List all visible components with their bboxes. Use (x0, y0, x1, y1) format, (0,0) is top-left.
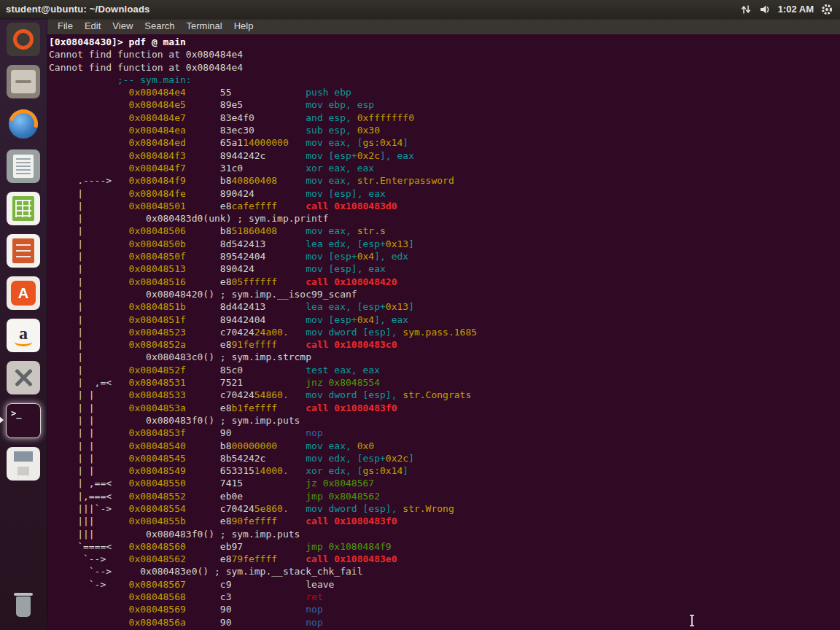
libreoffice-calc-icon[interactable] (7, 192, 40, 225)
terminal-line: ||| 0x0804855b e890feffff call 0x1080483… (49, 515, 840, 527)
terminal-line: | | 0x080483f0() ; sym.imp.puts (49, 414, 840, 427)
ubuntu-software-icon[interactable]: A (7, 276, 40, 310)
terminal-line: | 0x08048506 b851860408 mov eax, str.s (49, 225, 840, 237)
terminal-line: ;-- sym.main: (49, 74, 840, 86)
terminal-line: | 0x08048501 e8cafeffff call 0x1080483d0 (49, 200, 840, 212)
terminal-icon[interactable]: >_ (6, 403, 41, 438)
terminal-line: |,===< 0x08048552 eb0e jmp 0x8048562 (49, 490, 840, 502)
libreoffice-impress-icon[interactable] (7, 234, 40, 268)
terminal-menubar: FileEditViewSearchTerminalHelp (47, 18, 840, 34)
mouse-cursor (688, 615, 696, 629)
amazon-icon-glyph: a (7, 319, 40, 352)
terminal-line: | | 0x08048549 65331514000. xor edx, [gs… (49, 464, 840, 477)
terminal-line: | | 0x08048545 8b54242c mov edx, [esp+0x… (49, 452, 840, 464)
terminal-line: | 0x08048513 890424 mov [esp], eax (49, 262, 840, 275)
terminal-line: |||`-> 0x08048554 c704245e860. mov dword… (49, 502, 840, 515)
terminal-line: Cannot find function at 0x080484e4 (49, 48, 840, 61)
files-icon[interactable] (7, 65, 40, 98)
terminal-line: `-> 0x08048567 c9 leave (49, 578, 840, 591)
amazon-icon[interactable]: a (7, 319, 40, 352)
menu-search[interactable]: Search (139, 18, 179, 34)
terminal-line: ||| 0x080483f0() ; sym.imp.puts (49, 528, 840, 540)
ubuntu-dash-icon[interactable] (7, 23, 40, 56)
panel-indicators: 1:02 AM (740, 4, 833, 15)
terminal-line: | 0x0804850f 89542404 mov [esp+0x4], edx (49, 250, 840, 262)
terminal-line: | ,=< 0x08048531 7521 jnz 0x8048554 (49, 376, 840, 389)
firefox-icon[interactable] (7, 107, 40, 141)
terminal-line: Cannot find function at 0x080484e4 (49, 61, 840, 74)
terminal-line: | 0x0804850b 8d542413 lea edx, [esp+0x13… (49, 238, 840, 250)
launcher: Aa>_ (0, 18, 47, 630)
terminal-line: 0x08048569 90 nop (49, 603, 840, 615)
terminal-line: | 0x080484fe 890424 mov [esp], eax (49, 187, 840, 200)
terminal-line: | 0x08048420() ; sym.imp.__isoc99_scanf (49, 288, 840, 300)
terminal-line: 0x080484e5 89e5 mov ebp, esp (49, 98, 840, 111)
terminal-line: 0x08048568 c3 ret (49, 591, 840, 603)
terminal-line: 0x080484f3 8944242c mov [esp+0x2c], eax (49, 149, 840, 162)
clock[interactable]: 1:02 AM (778, 4, 814, 15)
terminal-line: | 0x08048516 e805ffffff call 0x108048420 (49, 276, 840, 288)
terminal-line: | 0x080483d0(unk) ; sym.imp.printf (49, 212, 840, 225)
menu-view[interactable]: View (107, 18, 138, 34)
terminal-line: | 0x0804852a e891feffff call 0x1080483c0 (49, 338, 840, 351)
system-settings-icon[interactable] (7, 361, 40, 394)
ubuntu-software-icon-glyph: A (7, 276, 40, 310)
terminal-line: 0x080484f7 31c0 xor eax, eax (49, 162, 840, 174)
terminal-line: [0x08048430]> pdf @ main (49, 36, 840, 48)
terminal-line: | 0x0804852f 85c0 test eax, eax (49, 364, 840, 376)
terminal-line: 0x080484ed 65a114000000 mov eax, [gs:0x1… (49, 136, 840, 149)
terminal-line: | | 0x08048540 b800000000 mov eax, 0x0 (49, 440, 840, 452)
disks-icon[interactable] (7, 447, 40, 481)
terminal-line: `--> 0x08048562 e879feffff call 0x108048… (49, 553, 840, 565)
terminal-line: 0x080484e4 55 push ebp (49, 86, 840, 98)
menu-edit[interactable]: Edit (79, 18, 106, 34)
terminal-line: .----> 0x080484f9 b840860408 mov eax, st… (49, 174, 840, 187)
terminal-line: | | 0x08048533 c7042454860. mov dword [e… (49, 389, 840, 401)
terminal-icon-glyph: >_ (7, 404, 40, 438)
menu-file[interactable]: File (52, 18, 78, 34)
terminal-line: 0x080484ea 83ec30 sub esp, 0x30 (49, 124, 840, 136)
terminal-line: `--> 0x080483e0() ; sym.imp.__stack_chk_… (49, 565, 840, 578)
terminal-line: | | 0x0804853a e8b1feffff call 0x1080483… (49, 402, 840, 414)
terminal-window: FileEditViewSearchTerminalHelp [0x080484… (47, 18, 840, 630)
terminal-line: | 0x0804851f 89442404 mov [esp+0x4], eax (49, 314, 840, 326)
terminal-line: | 0x080483c0() ; sym.imp.strcmp (49, 351, 840, 363)
menu-terminal[interactable]: Terminal (182, 18, 228, 34)
terminal-line: 0x0804856a 90 nop (49, 616, 840, 629)
session-gear-icon[interactable] (821, 4, 833, 15)
desktop: student@ubuntu: ~/Downloads 1:02 AM (0, 0, 840, 630)
terminal-line: `====< 0x08048560 eb97 jmp 0x1080484f9 (49, 540, 840, 553)
network-arrows-icon[interactable] (740, 4, 752, 15)
volume-icon[interactable] (759, 4, 771, 15)
terminal-line: 0x080484e7 83e4f0 and esp, 0xfffffff0 (49, 112, 840, 124)
text-editor-icon[interactable] (7, 149, 40, 183)
trash-icon[interactable] (7, 588, 40, 621)
terminal-line: | ,==< 0x08048550 7415 jz 0x8048567 (49, 477, 840, 489)
terminal-line: | 0x08048523 c7042424a00. mov dword [esp… (49, 326, 840, 338)
menu-help[interactable]: Help (229, 18, 259, 34)
terminal-line: | 0x0804851b 8d442413 lea eax, [esp+0x13… (49, 300, 840, 313)
window-title: student@ubuntu: ~/Downloads (6, 4, 150, 15)
top-panel: student@ubuntu: ~/Downloads 1:02 AM (0, 0, 840, 18)
terminal-output[interactable]: [0x08048430]> pdf @ mainCannot find func… (47, 34, 840, 630)
terminal-line: | | 0x0804853f 90 nop (49, 427, 840, 439)
